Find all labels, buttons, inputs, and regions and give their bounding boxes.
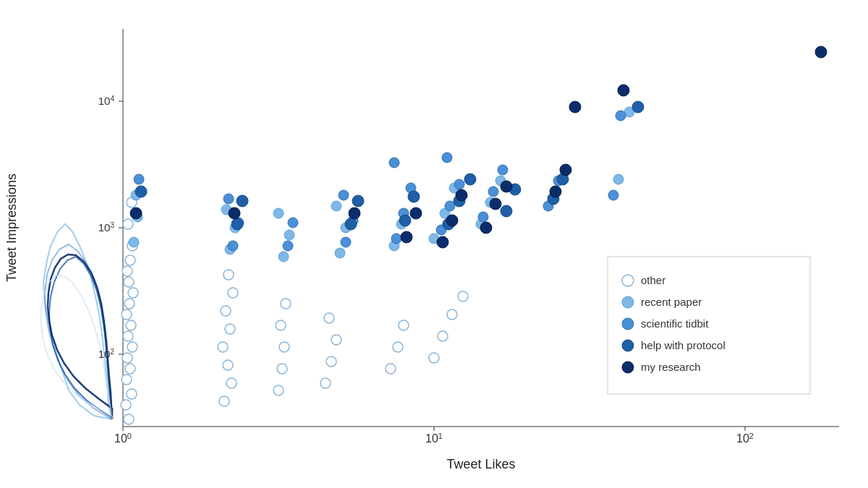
data-point: [498, 165, 508, 175]
data-point: [345, 218, 357, 230]
data-point: [464, 174, 476, 185]
data-point: [613, 174, 624, 184]
data-point: [326, 356, 336, 367]
data-point: [408, 191, 420, 202]
data-point: [456, 189, 467, 201]
data-point: [122, 374, 132, 385]
data-point: [389, 158, 399, 168]
data-point: [218, 342, 228, 352]
data-point: [126, 320, 136, 330]
y-axis-label: Tweet Impressions: [4, 174, 19, 282]
legend-label-recent-paper: recent paper: [641, 296, 702, 308]
data-point: [224, 270, 234, 280]
data-point: [225, 324, 235, 334]
data-point: [442, 153, 452, 163]
data-point: [224, 194, 234, 204]
data-point: [124, 414, 134, 424]
data-point: [488, 187, 498, 197]
data-point: [331, 201, 341, 211]
data-point: [123, 331, 133, 341]
data-point: [331, 335, 341, 345]
data-point: [278, 252, 289, 262]
data-point: [446, 215, 458, 226]
data-point: [228, 288, 238, 298]
data-point: [501, 181, 512, 192]
data-point: [231, 218, 243, 230]
data-point: [447, 309, 457, 320]
legend-icon-recent-paper: [622, 296, 634, 308]
data-point: [438, 331, 448, 341]
data-point: [324, 313, 334, 323]
data-point: [276, 320, 286, 330]
data-point: [127, 342, 137, 352]
data-point: [386, 364, 396, 374]
data-point: [223, 360, 233, 370]
data-point: [279, 342, 289, 352]
data-point: [273, 208, 284, 218]
data-point: [335, 248, 345, 258]
data-point: [124, 299, 135, 309]
legend-label-other: other: [641, 274, 665, 286]
legend-box: [608, 257, 810, 394]
legend-label-my-research: my research: [641, 361, 701, 373]
data-point: [501, 205, 512, 217]
data-point: [288, 218, 298, 228]
data-point: [480, 222, 492, 234]
legend-label-scientific-tidbit: scientific tidbit: [641, 317, 709, 330]
data-point: [134, 174, 144, 184]
data-point: [277, 364, 287, 374]
x-axis-label: Tweet Likes: [446, 457, 515, 471]
data-point: [458, 291, 468, 301]
data-point: [122, 266, 132, 276]
data-point: [128, 288, 138, 298]
data-point: [122, 309, 132, 320]
data-point: [284, 230, 294, 240]
data-point: [618, 85, 629, 96]
data-point: [569, 101, 581, 113]
legend-icon-help-with-protocol: [622, 340, 634, 351]
data-point: [815, 46, 827, 58]
legend-icon-my-research: [622, 361, 634, 373]
data-point: [237, 195, 248, 207]
data-point: [228, 241, 238, 251]
data-point: [122, 353, 132, 363]
data-point: [437, 236, 448, 248]
data-point: [399, 320, 409, 330]
data-point: [135, 186, 147, 197]
data-point: [229, 207, 240, 219]
data-point: [219, 396, 229, 406]
data-point: [550, 186, 561, 197]
data-point: [608, 190, 618, 200]
data-point: [127, 389, 137, 399]
data-point: [125, 364, 135, 374]
data-point: [410, 207, 422, 219]
data-point: [393, 342, 403, 352]
data-point: [560, 164, 571, 176]
data-point: [121, 400, 131, 410]
data-point: [454, 179, 464, 189]
data-point: [339, 190, 349, 200]
data-point: [399, 215, 411, 226]
data-point: [616, 111, 626, 121]
data-point: [429, 353, 439, 363]
data-point: [632, 101, 644, 113]
data-point: [226, 378, 237, 388]
legend-icon-scientific-tidbit: [622, 318, 634, 330]
data-point: [490, 198, 501, 210]
chart-container: 100 101 102 102 103 104 Tweet Likes Twee…: [0, 0, 868, 488]
data-point: [129, 237, 139, 247]
data-point: [283, 241, 293, 251]
data-point: [341, 237, 351, 247]
data-point: [130, 207, 142, 219]
data-point: [273, 385, 284, 395]
data-point: [125, 255, 135, 265]
data-point: [124, 277, 134, 287]
legend-icon-other: [622, 275, 634, 286]
data-point: [478, 212, 488, 222]
data-point: [221, 306, 231, 316]
data-point: [123, 219, 133, 229]
data-point: [391, 234, 401, 244]
data-point: [349, 207, 360, 219]
legend-label-help-with-protocol: help with protocol: [641, 339, 726, 351]
data-point: [281, 299, 291, 309]
